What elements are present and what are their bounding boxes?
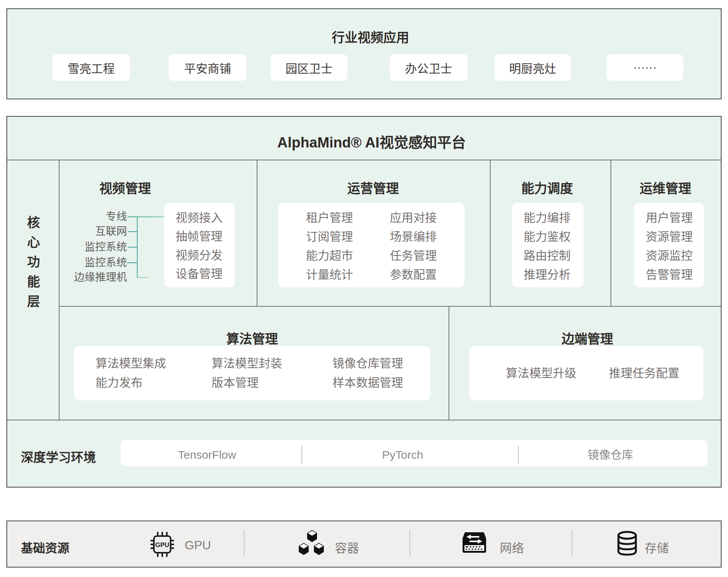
app-chip-bangong: 办公卫士 — [390, 54, 468, 81]
ops-mgmt-item: 订阅管理 — [306, 230, 353, 244]
ops-mgmt-item: 能力超市 — [306, 249, 353, 263]
ops-mgmt-item: 任务管理 — [390, 249, 437, 263]
connector-stub — [128, 231, 138, 232]
resource-item-network: 网络 — [500, 538, 524, 556]
app-chip-yuanqu: 园区卫士 — [271, 54, 347, 81]
resource-separator — [244, 530, 245, 557]
line-under-top-sections — [59, 306, 721, 307]
resource-item-storage: 存储 — [645, 538, 669, 556]
video-mgmt-item: 设备管理 — [176, 267, 223, 281]
dl-separator — [518, 445, 519, 464]
resource-item-gpu: GPU — [185, 538, 211, 552]
algo-mgmt-box — [74, 346, 430, 400]
capability-sched-item: 能力鉴权 — [524, 230, 571, 244]
om-mgmt-item: 用户管理 — [646, 211, 693, 225]
video-source-label: 互联网 — [59, 225, 127, 238]
om-mgmt-item: 资源管理 — [646, 230, 693, 244]
video-source-label: 专线 — [59, 210, 127, 223]
connector-stub — [127, 262, 138, 263]
algo-mgmt-item: 版本管理 — [212, 376, 259, 390]
dl-env-label: 深度学习环境 — [21, 447, 96, 466]
industry-apps-title: 行业视频应用 — [332, 27, 409, 46]
industry-apps-panel: 行业视频应用 — [6, 8, 722, 99]
algo-mgmt-item: 能力发布 — [96, 376, 143, 390]
video-mgmt-item: 视频分发 — [176, 249, 223, 262]
video-mgmt-item: 视频接入 — [176, 211, 223, 225]
algo-mgmt-item: 算法模型集成 — [96, 357, 166, 370]
ops-mgmt-item: 参数配置 — [390, 268, 437, 282]
ops-mgmt-item: 场景编排 — [390, 230, 437, 244]
app-chip-xueliang: 雪亮工程 — [52, 54, 130, 81]
capability-sched-item: 路由控制 — [524, 249, 571, 263]
connector-stub — [128, 247, 138, 248]
platform-title: AlphaMind® AI视觉感知平台 — [277, 131, 466, 152]
video-mgmt-title: 视频管理 — [99, 178, 151, 197]
om-mgmt-item: 告警管理 — [646, 268, 693, 282]
video-mgmt-item: 抽帧管理 — [176, 230, 223, 243]
container-cubes-icon — [298, 529, 326, 556]
line-above-dl-band — [7, 420, 721, 420]
capability-sched-item: 推理分析 — [524, 268, 571, 282]
dl-env-item: 镜像仓库 — [588, 448, 633, 462]
gpu-chip-icon: GPU — [148, 530, 177, 559]
dl-env-item: PyTorch — [382, 448, 423, 462]
capability-sched-item: 能力编排 — [524, 211, 571, 225]
divider-sched-maint — [610, 160, 611, 306]
connector-stub-bottom — [137, 277, 148, 278]
svg-text:GPU: GPU — [155, 541, 169, 549]
video-source-label: 监控系统 — [59, 256, 127, 269]
divider-video-ops — [257, 160, 257, 306]
ops-mgmt-item: 计量统计 — [306, 268, 353, 282]
core-layer-label: 核心功能层 — [24, 216, 42, 314]
edge-mgmt-item: 推理任务配置 — [609, 367, 679, 380]
core-rail-divider — [59, 160, 60, 420]
ops-mgmt-title: 运营管理 — [347, 178, 399, 197]
edge-mgmt-item: 算法模型升级 — [506, 367, 576, 380]
resource-separator — [410, 530, 410, 557]
video-source-label: 监控系统 — [59, 241, 127, 254]
network-switch-icon — [461, 532, 488, 553]
ops-mgmt-item: 租户管理 — [306, 211, 353, 225]
ops-mgmt-item: 应用对接 — [390, 211, 437, 225]
divider-algo-edge — [449, 306, 449, 420]
line-under-platform-title — [7, 160, 721, 160]
platform-panel — [6, 116, 722, 488]
resource-separator — [572, 530, 573, 557]
storage-database-icon — [616, 531, 639, 556]
video-source-label: 边缘推理机 — [59, 271, 127, 284]
edge-mgmt-title: 边端管理 — [562, 329, 613, 347]
algo-mgmt-item: 镜像仓库管理 — [333, 357, 403, 370]
app-chip-pingan: 平安商铺 — [169, 54, 246, 81]
algo-mgmt-title: 算法管理 — [226, 329, 278, 347]
architecture-diagram: 行业视频应用 雪亮工程 平安商铺 园区卫士 办公卫士 明厨亮灶 ······ A… — [0, 0, 728, 577]
dl-env-item: TensorFlow — [178, 448, 236, 462]
algo-mgmt-item: 算法模型封装 — [212, 357, 282, 370]
resource-item-container: 容器 — [335, 538, 359, 556]
base-resources-panel — [6, 521, 722, 568]
om-mgmt-title: 运维管理 — [640, 178, 691, 197]
algo-mgmt-item: 样本数据管理 — [333, 376, 403, 390]
om-mgmt-item: 资源监控 — [646, 249, 693, 263]
capability-sched-title: 能力调度 — [521, 178, 573, 197]
dl-separator — [301, 445, 302, 464]
base-resources-label: 基础资源 — [21, 538, 69, 556]
divider-ops-sched — [490, 160, 491, 306]
app-chip-mingchu: 明厨亮灶 — [494, 54, 571, 81]
app-chip-ellipsis: ······ — [607, 54, 683, 81]
